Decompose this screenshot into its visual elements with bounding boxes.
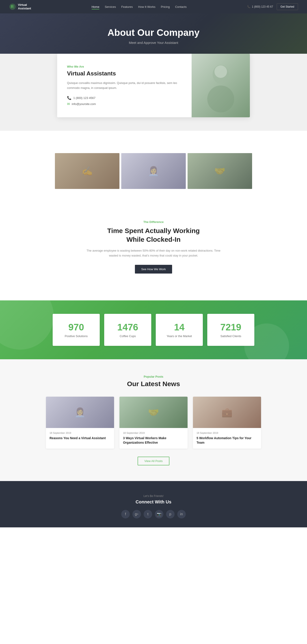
stat-card-1: 1476 Coffee Cups: [104, 314, 151, 346]
news-post-title-1: 3 Ways Virtual Workers Make Organization…: [123, 436, 184, 445]
news-date-0: 18 September 2019: [50, 432, 111, 434]
about-phone-number: 1 (800) 123 4567: [73, 96, 96, 100]
brand-name: Virtual Assistant: [18, 3, 31, 10]
news-content-0: 18 September 2019 Reasons You Need a Vir…: [46, 428, 114, 444]
news-post-title-2: 5 Workflow Automation Tips for Your Team: [196, 436, 257, 445]
stat-number-1: 1476: [109, 322, 147, 333]
difference-section: The Difference Time Spent Actually Worki…: [0, 202, 307, 300]
social-twitter[interactable]: t: [144, 510, 152, 518]
gallery-section: ✍️ 👩‍💼 🤝: [0, 131, 307, 202]
footer-tagline: Let's Be Friends!: [9, 494, 298, 498]
view-all-button[interactable]: View All Posts: [138, 457, 169, 465]
nav-link-features[interactable]: Features: [121, 5, 133, 8]
social-facebook[interactable]: f: [121, 510, 130, 518]
nav-right: 📞 1 (800) 123 45 67 Get Started: [247, 3, 298, 10]
news-footer: View All Posts: [9, 457, 298, 465]
hero-subtitle: Meet and Approve Your Assistant: [129, 41, 178, 44]
footer-connect-title: Connect With Us: [9, 500, 298, 504]
news-content-2: 18 September 2019 5 Workflow Automation …: [193, 428, 261, 448]
email-icon: ✉: [67, 102, 70, 106]
stat-card-2: 14 Years or the Market: [156, 314, 203, 346]
about-text: Who We Are Virtual Assistants Quisque co…: [57, 54, 192, 117]
about-phone: 📞 1 (800) 123 4567: [67, 96, 182, 100]
stats-section: 970 Positive Solutions 1476 Coffee Cups …: [0, 300, 307, 359]
news-card-2[interactable]: 💼 18 September 2019 5 Workflow Automatio…: [193, 397, 261, 448]
hero-title: About Our Company: [108, 27, 200, 38]
difference-content: The Difference Time Spent Actually Worki…: [75, 207, 232, 287]
social-linkedin[interactable]: in: [177, 510, 186, 518]
news-post-title-0: Reasons You Need a Virtual Assistant: [50, 436, 111, 440]
phone-icon: 📞: [67, 96, 72, 100]
about-image: [192, 54, 250, 117]
difference-description: The average employee is wasting between …: [84, 248, 223, 258]
svg-point-3: [207, 86, 234, 112]
nav-link-contacts[interactable]: Contacts: [175, 5, 186, 8]
news-image-2: 💼: [193, 397, 261, 428]
about-who-label: Who We Are: [67, 65, 182, 68]
stat-number-3: 7219: [212, 322, 250, 333]
difference-label: The Difference: [84, 220, 223, 224]
social-icons: f g+ t 📷 p in: [9, 510, 298, 518]
gallery-item-2: 👩‍💼: [121, 153, 186, 189]
difference-title: Time Spent Actually WorkingWhile Clocked…: [84, 226, 223, 244]
see-how-button[interactable]: See How We Work: [135, 265, 172, 274]
footer: Let's Be Friends! Connect With Us f g+ t…: [0, 481, 307, 528]
about-title: Virtual Assistants: [67, 70, 182, 77]
person-illustration: [201, 59, 241, 112]
news-image-1: 🤝: [119, 397, 188, 428]
svg-text:R: R: [11, 4, 14, 9]
navbar: R Virtual Assistant Home Services Featur…: [0, 0, 307, 14]
nav-link-home[interactable]: Home: [92, 5, 100, 10]
about-email: ✉ info@yoursite.com: [67, 102, 182, 106]
stat-card-0: 970 Positive Solutions: [53, 314, 100, 346]
about-contact: 📞 1 (800) 123 4567 ✉ info@yoursite.com: [67, 96, 182, 106]
stats-grid: 970 Positive Solutions 1476 Coffee Cups …: [53, 314, 254, 346]
nav-link-services[interactable]: Services: [105, 5, 116, 8]
gallery-item-1: ✍️: [55, 153, 119, 189]
stat-card-3: 7219 Satisfied Clients: [207, 314, 254, 346]
stat-label-1: Coffee Cups: [109, 334, 147, 338]
phone-icon: 📞: [247, 5, 250, 8]
social-pinterest[interactable]: p: [166, 510, 175, 518]
news-grid: 👩‍💼 18 September 2019 Reasons You Need a…: [46, 397, 261, 448]
about-description: Quisque convallis maximus dignissim. Qui…: [67, 80, 182, 90]
gallery-grid-wrapper: ✍️ 👩‍💼 🤝: [46, 140, 261, 198]
news-label: Popular Posts: [9, 375, 298, 378]
stat-label-2: Years or the Market: [160, 334, 198, 338]
logo-icon: R: [9, 3, 16, 10]
news-section: Popular Posts Our Latest News 👩‍💼 18 Sep…: [0, 359, 307, 481]
get-started-button[interactable]: Get Started: [277, 3, 298, 10]
news-card-1[interactable]: 🤝 18 September 2019 3 Ways Virtual Worke…: [119, 397, 188, 448]
news-date-1: 18 September 2019: [123, 432, 184, 434]
stat-number-2: 14: [160, 322, 198, 333]
news-card-0[interactable]: 👩‍💼 18 September 2019 Reasons You Need a…: [46, 397, 114, 448]
news-title: Our Latest News: [9, 380, 298, 388]
gallery-item-3: 🤝: [188, 153, 252, 189]
stat-label-0: Positive Solutions: [57, 334, 95, 338]
about-email-address: info@yoursite.com: [72, 102, 96, 106]
brand-logo[interactable]: R Virtual Assistant: [9, 3, 31, 10]
nav-link-how-it-works[interactable]: How It Works: [138, 5, 156, 8]
social-googleplus[interactable]: g+: [132, 510, 141, 518]
news-header: Popular Posts Our Latest News: [9, 375, 298, 388]
news-image-0: 👩‍💼: [46, 397, 114, 428]
social-instagram[interactable]: 📷: [155, 510, 163, 518]
nav-menu: Home Services Features How It Works Pric…: [92, 5, 187, 9]
bg-circle-1: [0, 300, 54, 350]
stat-label-3: Satisfied Clients: [212, 334, 250, 338]
nav-phone: 📞 1 (800) 123 45 67: [247, 5, 273, 8]
news-content-1: 18 September 2019 3 Ways Virtual Workers…: [119, 428, 188, 448]
stat-number-0: 970: [57, 322, 95, 333]
nav-link-pricing[interactable]: Pricing: [161, 5, 170, 8]
gallery-grid: ✍️ 👩‍💼 🤝: [55, 153, 252, 189]
svg-point-4: [214, 65, 227, 78]
news-date-2: 18 September 2019: [196, 432, 257, 434]
about-card: Who We Are Virtual Assistants Quisque co…: [57, 54, 250, 117]
